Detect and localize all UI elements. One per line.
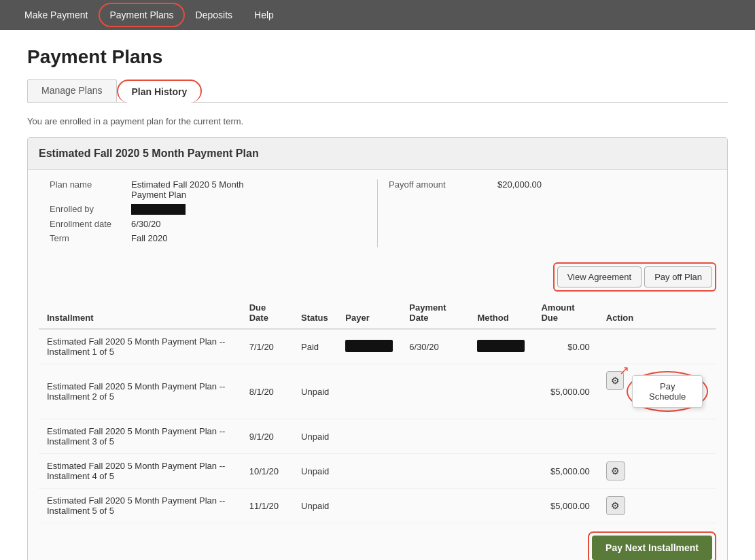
installment-5-method xyxy=(469,489,533,523)
installment-table: Installment Due Date Status Payer Paymen… xyxy=(39,297,716,523)
installment-5-name: Estimated Fall 2020 5 Month Payment Plan… xyxy=(39,489,241,523)
th-payer: Payer xyxy=(337,297,401,329)
enrolled-by-value xyxy=(131,204,186,215)
th-payment-date: Payment Date xyxy=(401,297,469,329)
payer-1-redacted xyxy=(345,340,393,352)
installment-5-payment-date xyxy=(401,489,469,523)
table-container: Installment Due Date Status Payer Paymen… xyxy=(28,297,727,523)
page-title: Payment Plans xyxy=(27,46,728,68)
enrolled-by-label: Enrolled by xyxy=(50,204,131,215)
installment-4-due-date: 10/1/20 xyxy=(241,454,293,489)
pay-schedule-option[interactable]: Pay Schedule xyxy=(632,375,703,408)
payoff-row: Payoff amount $20,000.00 xyxy=(389,179,705,190)
installment-1-status: Paid xyxy=(293,329,337,364)
table-row: Estimated Fall 2020 5 Month Payment Plan… xyxy=(39,489,716,523)
installment-4-amount: $5,000.00 xyxy=(533,454,597,489)
plan-name-row: Plan name Estimated Fall 2020 5 MonthPay… xyxy=(50,179,366,200)
nav-help[interactable]: Help xyxy=(243,1,285,29)
pay-next-circle: Pay Next Installment xyxy=(588,531,716,560)
payoff-label: Payoff amount xyxy=(389,179,470,190)
nav-payment-plans[interactable]: Payment Plans xyxy=(99,3,184,27)
installment-4-name: Estimated Fall 2020 5 Month Payment Plan… xyxy=(39,454,241,489)
th-due-date: Due Date xyxy=(241,297,293,329)
installment-1-method xyxy=(469,329,533,364)
th-installment: Installment xyxy=(39,297,241,329)
installment-1-payment-date: 6/30/20 xyxy=(401,329,469,364)
plan-info-left: Plan name Estimated Fall 2020 5 MonthPay… xyxy=(39,179,377,247)
installment-3-method xyxy=(469,419,533,454)
installment-3-payment-date xyxy=(401,419,469,454)
method-1-redacted xyxy=(477,340,525,352)
enrolled-by-row: Enrolled by xyxy=(50,204,366,215)
tab-plan-history[interactable]: Plan History xyxy=(117,80,203,103)
payoff-value: $20,000.00 xyxy=(497,179,542,190)
page-content: Payment Plans Manage Plans Plan History … xyxy=(0,30,755,560)
th-amount-due: Amount Due xyxy=(533,297,597,329)
installment-1-due-date: 7/1/20 xyxy=(241,329,293,364)
installment-1-action xyxy=(598,329,716,364)
installment-2-name: Estimated Fall 2020 5 Month Payment Plan… xyxy=(39,364,241,419)
installment-4-action: ⚙ xyxy=(598,454,716,489)
plan-name-label: Plan name xyxy=(50,179,131,200)
gear-button-5[interactable]: ⚙ xyxy=(606,496,625,515)
plan-info-right: Payoff amount $20,000.00 xyxy=(378,179,716,247)
table-row: Estimated Fall 2020 5 Month Payment Plan… xyxy=(39,419,716,454)
installment-2-payment-date xyxy=(401,364,469,419)
installment-3-action xyxy=(598,419,716,454)
term-value: Fall 2020 xyxy=(131,233,167,243)
th-status: Status xyxy=(293,297,337,329)
plan-action-buttons-group: View Agreement Pay off Plan xyxy=(553,262,716,292)
installment-5-amount: $5,000.00 xyxy=(533,489,597,523)
installment-2-status: Unpaid xyxy=(293,364,337,419)
view-agreement-button[interactable]: View Agreement xyxy=(557,266,642,287)
pay-next-installment-button[interactable]: Pay Next Installment xyxy=(592,536,712,560)
table-row: Estimated Fall 2020 5 Month Payment Plan… xyxy=(39,454,716,489)
installment-1-name: Estimated Fall 2020 5 Month Payment Plan… xyxy=(39,329,241,364)
installment-4-status: Unpaid xyxy=(293,454,337,489)
dropdown-arrow: ↗ xyxy=(619,364,629,377)
installment-5-payer xyxy=(337,489,401,523)
installment-4-payer xyxy=(337,454,401,489)
installment-2-amount: $5,000.00 xyxy=(533,364,597,419)
enrollment-date-value: 6/30/20 xyxy=(131,219,160,229)
installment-4-payment-date xyxy=(401,454,469,489)
installment-3-status: Unpaid xyxy=(293,419,337,454)
nav-deposits[interactable]: Deposits xyxy=(185,1,243,29)
pay-off-plan-button[interactable]: Pay off Plan xyxy=(644,266,712,287)
enrollment-message: You are enrolled in a payment plan for t… xyxy=(27,116,728,126)
term-label: Term xyxy=(50,233,131,243)
installment-5-action: ⚙ xyxy=(598,489,716,523)
gear-button-4[interactable]: ⚙ xyxy=(606,461,625,480)
installment-3-name: Estimated Fall 2020 5 Month Payment Plan… xyxy=(39,419,241,454)
th-method: Method xyxy=(469,297,533,329)
table-row: Estimated Fall 2020 5 Month Payment Plan… xyxy=(39,329,716,364)
installment-5-status: Unpaid xyxy=(293,489,337,523)
term-row: Term Fall 2020 xyxy=(50,233,366,243)
installment-3-due-date: 9/1/20 xyxy=(241,419,293,454)
tab-manage-plans[interactable]: Manage Plans xyxy=(27,79,117,102)
pay-schedule-dropdown: Pay Schedule xyxy=(627,371,708,412)
installment-2-action: ⚙ Pay Schedule ↗ xyxy=(598,364,716,419)
installment-2-payer xyxy=(337,364,401,419)
tabs-container: Manage Plans Plan History xyxy=(27,79,728,103)
enrollment-date-label: Enrollment date xyxy=(50,219,131,229)
nav-bar: Make Payment Payment Plans Deposits Help xyxy=(0,0,755,30)
plan-info-grid: Plan name Estimated Fall 2020 5 MonthPay… xyxy=(28,170,727,257)
plan-card: Estimated Fall 2020 5 Month Payment Plan… xyxy=(27,137,728,560)
table-row: Estimated Fall 2020 5 Month Payment Plan… xyxy=(39,364,716,419)
installment-1-amount: $0.00 xyxy=(533,329,597,364)
plan-name-value: Estimated Fall 2020 5 MonthPayment Plan xyxy=(131,179,243,200)
installment-3-amount xyxy=(533,419,597,454)
th-action: Action xyxy=(598,297,716,329)
installment-3-payer xyxy=(337,419,401,454)
enrollment-date-row: Enrollment date 6/30/20 xyxy=(50,219,366,229)
nav-make-payment[interactable]: Make Payment xyxy=(14,1,99,29)
pay-next-wrapper: Pay Next Installment xyxy=(28,523,727,560)
plan-card-title: Estimated Fall 2020 5 Month Payment Plan xyxy=(28,138,727,170)
installment-1-payer xyxy=(337,329,401,364)
plan-actions: View Agreement Pay off Plan xyxy=(28,262,727,292)
installment-2-method xyxy=(469,364,533,419)
installment-5-due-date: 11/1/20 xyxy=(241,489,293,523)
installment-4-method xyxy=(469,454,533,489)
installment-2-due-date: 8/1/20 xyxy=(241,364,293,419)
